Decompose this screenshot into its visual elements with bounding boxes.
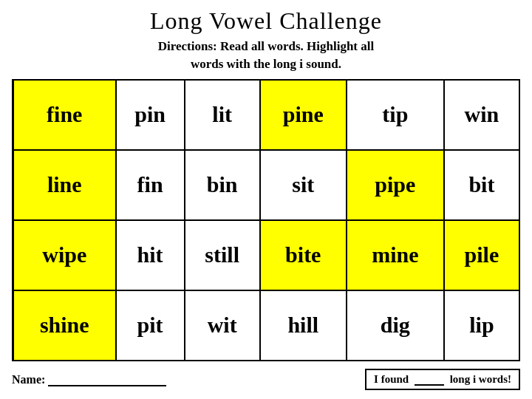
found-box: I found long i words!: [365, 369, 520, 390]
table-cell: fin: [116, 150, 185, 220]
directions-line1: Directions: Read all words. Highlight al…: [158, 39, 374, 53]
table-cell: line: [13, 150, 116, 220]
table-cell: tip: [347, 80, 444, 150]
table-cell: still: [185, 220, 260, 290]
table-cell: pile: [444, 220, 519, 290]
table-cell: lip: [444, 290, 519, 361]
table-row: finepinlitpinetipwin: [13, 80, 520, 150]
word-table: finepinlitpinetipwinlinefinbinsitpipebit…: [12, 79, 520, 361]
found-label: I found: [374, 373, 409, 385]
found-suffix: long i words!: [450, 373, 511, 385]
found-input-line: [415, 375, 444, 386]
table-cell: lit: [185, 80, 260, 150]
directions-text: Directions: Read all words. Highlight al…: [158, 38, 374, 73]
table-cell: shine: [13, 290, 116, 361]
table-cell: wipe: [13, 220, 116, 290]
table-cell: sit: [260, 150, 347, 220]
footer: Name: I found long i words!: [12, 367, 520, 392]
table-row: linefinbinsitpipebit: [13, 150, 520, 220]
table-cell: pipe: [347, 150, 444, 220]
table-cell: hill: [260, 290, 347, 361]
table-cell: wit: [185, 290, 260, 361]
table-cell: fine: [13, 80, 116, 150]
page-title: Long Vowel Challenge: [150, 7, 382, 35]
table-cell: win: [444, 80, 519, 150]
name-input-line: [48, 373, 166, 386]
table-cell: dig: [347, 290, 444, 361]
table-cell: pin: [116, 80, 185, 150]
table-cell: mine: [347, 220, 444, 290]
table-cell: pit: [116, 290, 185, 361]
table-row: wipehitstillbiteminepile: [13, 220, 520, 290]
directions-line2: words with the long i sound.: [191, 57, 341, 71]
table-cell: bin: [185, 150, 260, 220]
table-cell: bit: [444, 150, 519, 220]
table-row: shinepitwithilldiglip: [13, 290, 520, 361]
name-label: Name:: [12, 373, 45, 386]
table-cell: pine: [260, 80, 347, 150]
name-area: Name:: [12, 373, 166, 386]
table-cell: hit: [116, 220, 185, 290]
table-cell: bite: [260, 220, 347, 290]
